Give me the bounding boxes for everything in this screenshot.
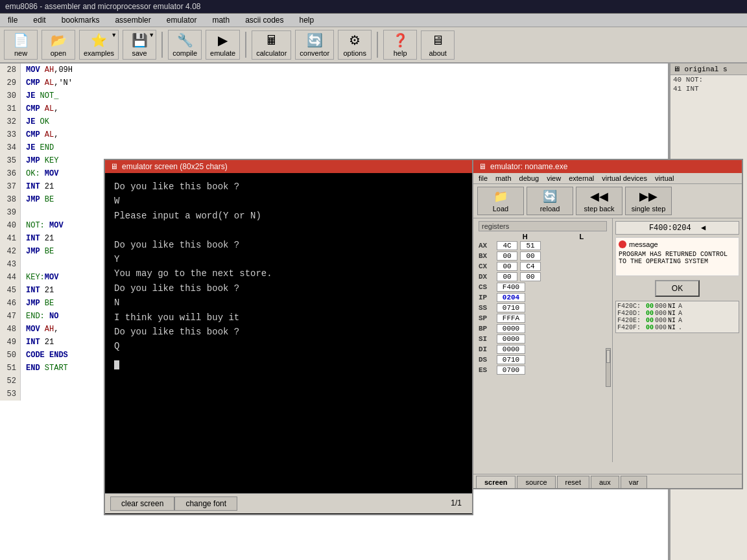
code-line: 30 JE NOT_ — [0, 89, 668, 102]
save-button[interactable]: 💾 save ▼ — [123, 30, 156, 60]
compile-label: compile — [172, 49, 197, 57]
single-step-button[interactable]: ▶▶ single step — [625, 187, 672, 215]
emu-menu-virtual[interactable]: virtual — [655, 174, 674, 182]
register-cx: CX 00 C4 — [479, 261, 607, 272]
emu-menu-file[interactable]: file — [479, 174, 488, 182]
emulate-button[interactable]: ▶ emulate — [206, 30, 240, 60]
toolbar: 📄 new 📂 open ⭐ examples ▼ 💾 save ▼ 🔧 com… — [0, 27, 747, 64]
menu-ascii[interactable]: ascii codes — [243, 15, 286, 25]
convertor-icon: 🔄 — [307, 32, 323, 48]
register-si: SI 0000 — [479, 334, 607, 344]
emu-menu-math[interactable]: math — [495, 174, 511, 182]
tab-screen[interactable]: screen — [476, 476, 516, 488]
new-label: new — [14, 49, 27, 57]
step-back-icon: ◀◀ — [590, 189, 608, 204]
save-icon: 💾 — [132, 32, 148, 48]
code-line: 33 CMP AL, — [0, 128, 668, 141]
emulate-icon: ▶ — [218, 32, 228, 48]
step-back-label: step back — [584, 205, 614, 213]
help-label: help — [394, 49, 407, 57]
reload-label: reload — [540, 205, 560, 213]
single-step-label: single step — [632, 205, 666, 213]
address-bar: F400:0204 ◀ — [615, 221, 739, 235]
about-icon: 🖥 — [431, 33, 444, 48]
menu-assembler[interactable]: assembler — [112, 15, 153, 25]
save-label: save — [132, 49, 147, 57]
about-label: about — [429, 49, 447, 57]
code-line: 28 MOV AH,09H — [0, 64, 668, 76]
menu-file[interactable]: file — [5, 15, 20, 25]
register-ss: SS 0710 — [479, 303, 607, 313]
emu-screen-cursor — [114, 360, 119, 369]
register-cs: CS F400 — [479, 282, 607, 292]
help-button[interactable]: ❓ help — [383, 30, 417, 60]
memory-row: F420C: 00 000 NI A — [617, 303, 737, 310]
emu-screen-line: Do you like this book ? — [114, 180, 463, 194]
convertor-button[interactable]: 🔄 convertor — [295, 30, 334, 60]
emu-screen-line: You may go to the next store. — [114, 266, 463, 281]
registers-header: registers — [479, 221, 607, 231]
menu-bookmarks[interactable]: bookmarks — [59, 15, 102, 25]
convertor-label: convertor — [300, 49, 329, 57]
emulator-screen-footer: clear screen change font 1/1 — [105, 493, 472, 513]
right-line: 40 NOT: — [670, 75, 747, 84]
tab-source[interactable]: source — [517, 476, 555, 488]
menu-emulator[interactable]: emulator — [164, 15, 200, 25]
calculator-button[interactable]: 🖩 calculator — [252, 30, 291, 60]
calculator-label: calculator — [256, 49, 287, 57]
open-button[interactable]: 📂 open — [42, 30, 75, 60]
open-label: open — [51, 49, 66, 57]
emu-screen-line: Q — [114, 339, 463, 353]
scroll-indicator[interactable] — [606, 348, 611, 387]
emulate-label: emulate — [210, 49, 235, 57]
code-line: 34 JE END — [0, 141, 668, 154]
reload-icon: 🔄 — [543, 189, 557, 204]
clear-screen-button[interactable]: clear screen — [110, 496, 174, 511]
tab-reset[interactable]: reset — [557, 476, 589, 488]
menu-edit[interactable]: edit — [30, 15, 48, 25]
title-bar: emu8086 - assembler and microprocessor e… — [0, 0, 747, 14]
about-button[interactable]: 🖥 about — [421, 30, 455, 60]
emu-menu-virtual-devices[interactable]: virtual devices — [602, 174, 647, 182]
reload-button[interactable]: 🔄 reload — [527, 187, 573, 215]
tab-var[interactable]: var — [621, 476, 647, 488]
emu-menu-external[interactable]: external — [569, 174, 594, 182]
menu-help[interactable]: help — [297, 15, 317, 25]
scroll-thumb — [606, 350, 610, 363]
tab-aux[interactable]: aux — [591, 476, 619, 488]
right-line: 41 INT — [670, 84, 747, 93]
emu-menu-debug[interactable]: debug — [519, 174, 540, 182]
size-indicator: 1/1 — [445, 496, 467, 511]
memory-area: F420C: 00 000 NI A F420D: 00 000 NI A F4… — [615, 301, 739, 333]
options-label: options — [343, 49, 366, 57]
examples-button[interactable]: ⭐ examples ▼ — [79, 30, 119, 60]
examples-label: examples — [84, 49, 114, 57]
menu-math[interactable]: math — [209, 15, 232, 25]
memory-row: F420D: 00 000 NI A — [617, 310, 737, 317]
menu-bar: file edit bookmarks assembler emulator m… — [0, 14, 747, 27]
load-button[interactable]: 📁 Load — [477, 187, 524, 215]
message-header: message — [619, 240, 736, 248]
emu-menu-view[interactable]: view — [547, 174, 561, 182]
change-font-button[interactable]: change font — [174, 496, 237, 511]
message-dot — [619, 240, 626, 248]
registers-hl-header: H L — [479, 233, 607, 240]
register-ax: AX 4C 51 — [479, 240, 607, 251]
program-status: PROGRAM HAS RETURNED CONTROL TO THE OPER… — [619, 251, 736, 265]
emu-screen-line: Please input a word(Y or N) — [114, 209, 463, 223]
examples-icon: ⭐ — [91, 32, 107, 48]
new-button[interactable]: 📄 new — [4, 30, 38, 60]
options-button[interactable]: ⚙ options — [338, 30, 372, 60]
compile-icon: 🔧 — [177, 32, 193, 48]
message-area: message PROGRAM HAS RETURNED CONTROL TO … — [615, 237, 739, 276]
address-arrow: ◀ — [701, 224, 706, 233]
emulator-noname-titlebar[interactable]: 🖥 emulator: noname.exe — [473, 160, 742, 173]
compile-button[interactable]: 🔧 compile — [168, 30, 202, 60]
emulator-screen-body: Do you like this book ? W Please input a… — [105, 173, 472, 493]
help-icon: ❓ — [392, 32, 409, 48]
ok-button[interactable]: OK — [655, 280, 700, 297]
register-es: ES 0700 — [479, 365, 607, 375]
emulator-screen-titlebar[interactable]: 🖥 emulator screen (80x25 chars) — [105, 160, 472, 173]
step-back-button[interactable]: ◀◀ step back — [576, 187, 622, 215]
emu-screen-line: Do you like this book ? — [114, 238, 463, 252]
